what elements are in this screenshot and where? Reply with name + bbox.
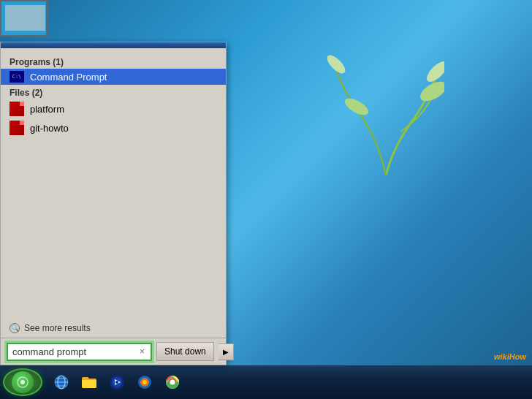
shutdown-arrow-button[interactable]: ▶ xyxy=(218,343,234,360)
git-howto-item[interactable]: git-howto xyxy=(1,118,226,137)
search-input[interactable] xyxy=(12,346,135,357)
files-section-header: Files (2) xyxy=(1,85,226,99)
start-menu: Programs (1) C:\ Command Prompt Files (2… xyxy=(0,42,227,365)
command-prompt-item[interactable]: C:\ Command Prompt xyxy=(1,69,226,85)
svg-point-5 xyxy=(20,380,25,384)
svg-point-20 xyxy=(170,380,175,385)
plant-decoration xyxy=(327,44,444,190)
watermark-prefix: wiki xyxy=(494,352,509,361)
cmd-icon: C:\ xyxy=(10,71,24,83)
clear-search-button[interactable]: × xyxy=(138,346,146,357)
programs-section-header: Programs (1) xyxy=(1,54,226,69)
git-howto-label: git-howto xyxy=(30,123,69,134)
platform-item[interactable]: platform xyxy=(1,99,226,118)
svg-rect-23 xyxy=(5,5,45,31)
start-button[interactable] xyxy=(3,368,42,396)
watermark-brand: How xyxy=(509,352,526,361)
chrome-taskbar-icon[interactable] xyxy=(159,369,186,395)
media-player-taskbar-icon[interactable] xyxy=(104,369,130,395)
search-results-panel: Programs (1) C:\ Command Prompt Files (2… xyxy=(1,48,226,319)
search-input-wrapper: × xyxy=(7,343,152,361)
folder-taskbar-icon[interactable] xyxy=(76,369,102,395)
search-bar-area: × Shut down ▶ xyxy=(1,338,226,365)
svg-point-14 xyxy=(115,381,118,384)
search-icon: 🔍 xyxy=(10,323,20,333)
svg-point-17 xyxy=(142,380,147,384)
taskbar-icons xyxy=(48,369,186,395)
shutdown-button[interactable]: Shut down xyxy=(156,342,214,361)
platform-file-icon xyxy=(10,102,24,116)
thumbnail xyxy=(0,0,48,37)
watermark: wikiHow xyxy=(494,352,526,361)
see-more-label: See more results xyxy=(24,323,91,333)
firefox-taskbar-icon[interactable] xyxy=(132,369,158,395)
start-menu-top-bar xyxy=(1,42,226,48)
ie-taskbar-icon[interactable] xyxy=(48,369,75,395)
platform-label: platform xyxy=(30,104,64,115)
taskbar xyxy=(0,365,532,399)
svg-point-2 xyxy=(342,95,370,118)
desktop: Programs (1) C:\ Command Prompt Files (2… xyxy=(0,0,532,399)
command-prompt-label: Command Prompt xyxy=(30,72,107,83)
git-howto-file-icon xyxy=(10,121,24,135)
start-orb xyxy=(12,371,34,393)
see-more-results[interactable]: 🔍 See more results xyxy=(1,319,226,338)
